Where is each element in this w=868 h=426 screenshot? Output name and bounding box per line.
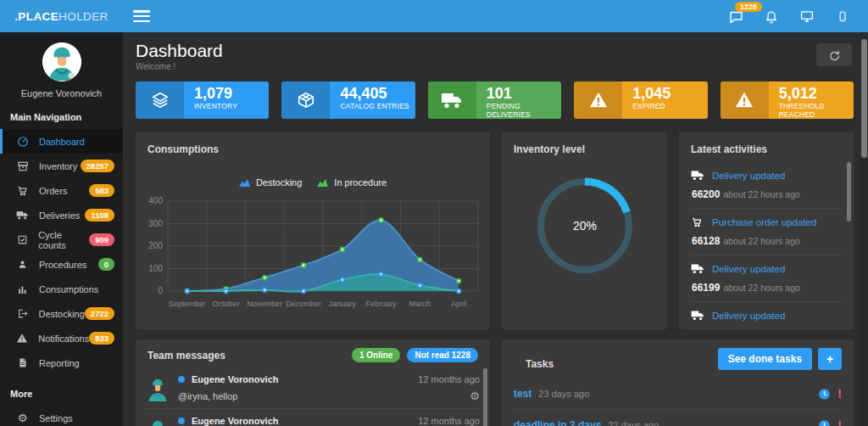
activity-link[interactable]: Delivery updated (712, 264, 785, 274)
gear-icon: ⚙ (16, 412, 29, 424)
svg-text:0: 0 (158, 286, 163, 295)
cart-icon (691, 216, 704, 228)
legend-destocking[interactable]: Destocking (239, 177, 302, 188)
warning-icon (574, 81, 622, 119)
inventory-icon (16, 160, 29, 172)
cycle-counts-badge: 909 (89, 233, 114, 246)
activity-link[interactable]: Delivery updated (712, 171, 785, 181)
priority-exclamation-icon: ! (837, 418, 842, 426)
avatar (42, 42, 81, 81)
panel-title: Team messages (147, 350, 225, 362)
avatar (146, 376, 170, 401)
svg-text:20%: 20% (572, 219, 596, 233)
avatar (146, 418, 170, 426)
activity-link[interactable]: Purchase order updated (712, 217, 816, 227)
sidebar-item-deliveries[interactable]: Deliveries 1108 (0, 203, 123, 227)
sidebar-item-orders[interactable]: Orders 583 (0, 178, 123, 203)
stat-card-expired[interactable]: 1,045 EXPIRED (574, 81, 707, 119)
activity-ref: 66200 (692, 188, 720, 200)
activity-ref: 66199 (692, 282, 720, 294)
svg-text:100: 100 (148, 264, 163, 273)
legend-in-procedure[interactable]: In procedure (317, 177, 387, 188)
page-scrollbar[interactable] (860, 32, 868, 426)
task-item[interactable]: test 23 days ago ! (514, 378, 842, 410)
dashboard-app: .PLACEHOLDER 1228 (0, 0, 868, 426)
activity-ref: 66128 (692, 235, 720, 247)
page-subtitle: Welcome ! (136, 62, 854, 71)
stat-card-pending-deliveries[interactable]: 101 PENDING DELIVERIES (428, 81, 561, 119)
sidebar: Eugene Voronovich Main Navigation Dashbo… (0, 32, 123, 426)
stat-value: 5,012 (779, 85, 854, 102)
person-icon (16, 258, 29, 271)
refresh-button[interactable] (816, 43, 852, 66)
add-task-button[interactable]: + (818, 348, 842, 370)
stat-value: 1,079 (194, 85, 269, 102)
priority-exclamation-icon: ! (837, 387, 842, 401)
svg-text:400: 400 (148, 196, 163, 205)
consumptions-panel: Consumptions Destocking In procedure 010… (136, 132, 490, 329)
top-navbar: .PLACEHOLDER 1228 (0, 0, 868, 32)
inventory-donut-chart[interactable]: 20% (502, 174, 667, 277)
message-settings-icon[interactable]: ⚙ (470, 390, 480, 402)
stat-card-inventory[interactable]: 1,079 INVENTORY (136, 81, 269, 119)
not-read-badge[interactable]: Not read 1228 (407, 348, 478, 362)
svg-text:October: October (213, 300, 240, 308)
stat-card-catalog[interactable]: 44,405 CATALOG ENTRIES (281, 81, 415, 119)
messages-icon[interactable]: 1228 (727, 8, 744, 25)
task-link[interactable]: test (514, 388, 531, 400)
sidebar-item-reporting[interactable]: Reporting (0, 350, 123, 375)
area-glyph-icon (239, 179, 250, 187)
clock-icon (818, 419, 831, 426)
see-done-tasks-button[interactable]: See done tasks (718, 348, 812, 370)
sidebar-item-notifications[interactable]: Notifications 833 (0, 326, 123, 350)
desktop-icon[interactable] (798, 8, 815, 25)
task-item[interactable]: deadline in 2 days 22 days ago ! (514, 410, 842, 426)
sidebar-item-cycle-counts[interactable]: Cycle counts 909 (0, 227, 123, 252)
sidebar-item-destocking[interactable]: Destocking 2722 (0, 301, 123, 326)
app-logo[interactable]: .PLACEHOLDER (0, 10, 123, 23)
scrollbar-thumb[interactable] (861, 39, 867, 158)
sidebar-item-procedures[interactable]: Procedures 0 (0, 252, 123, 277)
activity-ref: 66198 (692, 328, 720, 329)
dashboard-icon (16, 135, 29, 148)
activity-time: about 22 hours ago (723, 189, 800, 199)
mobile-icon[interactable] (834, 8, 851, 25)
messages-count-badge[interactable]: 1228 (735, 2, 762, 12)
truck-icon (691, 170, 704, 182)
message-time: 12 months ago (418, 416, 480, 426)
panel-title: Consumptions (136, 132, 490, 155)
bar-chart-icon (16, 283, 29, 295)
user-profile[interactable]: Eugene Voronovich (0, 32, 123, 98)
checkbox-icon (16, 233, 28, 246)
page-header: Dashboard Welcome ! (136, 41, 854, 78)
notifications-badge: 833 (89, 332, 114, 345)
truck-icon (428, 81, 476, 119)
panel-title: Tasks (514, 347, 565, 370)
page-title: Dashboard (136, 41, 854, 61)
menu-toggle-icon[interactable] (133, 10, 150, 22)
notifications-bell-icon[interactable] (763, 8, 780, 25)
sidebar-item-inventory[interactable]: Inventory 28257 (0, 154, 123, 178)
latest-activities-panel: Latest activities Delivery updated 66200… (679, 132, 854, 329)
online-badge[interactable]: 1 Online (352, 348, 400, 362)
stat-card-threshold[interactable]: 5,012 THRESHOLD REACHED (721, 81, 854, 119)
cart-icon (16, 184, 29, 197)
activities-list: Delivery updated 66200about 22 hours ago… (679, 162, 854, 329)
sidebar-item-settings[interactable]: ⚙ Settings (0, 406, 123, 426)
scrollbar-thumb[interactable] (483, 368, 487, 426)
activity-item: Delivery updated 66199about 22 hours ago (691, 255, 842, 302)
orders-count-badge: 583 (89, 184, 114, 197)
scrollbar-thumb[interactable] (847, 162, 851, 221)
task-link[interactable]: deadline in 2 days (514, 419, 601, 426)
stats-row: 1,079 INVENTORY 44,405 CATALOG ENTRIES (136, 81, 854, 119)
sidebar-item-consumptions[interactable]: Consumptions (0, 277, 123, 301)
consumptions-chart[interactable]: 0100200300400SeptemberOctoberNovemberDec… (136, 194, 490, 313)
team-messages-panel: Team messages 1 Online Not read 1228 Eug… (136, 339, 490, 426)
layers-icon (136, 81, 184, 119)
message-item[interactable]: Eugene Voronovich12 months ago @iryna, h… (146, 367, 480, 409)
truck-icon (691, 310, 704, 322)
sidebar-item-dashboard[interactable]: Dashboard (0, 129, 123, 154)
message-text: @iryna, hellop (178, 391, 237, 401)
message-item[interactable]: Eugene Voronovich12 months ago @iryna, h… (146, 409, 480, 426)
activity-link[interactable]: Delivery updated (712, 311, 785, 321)
